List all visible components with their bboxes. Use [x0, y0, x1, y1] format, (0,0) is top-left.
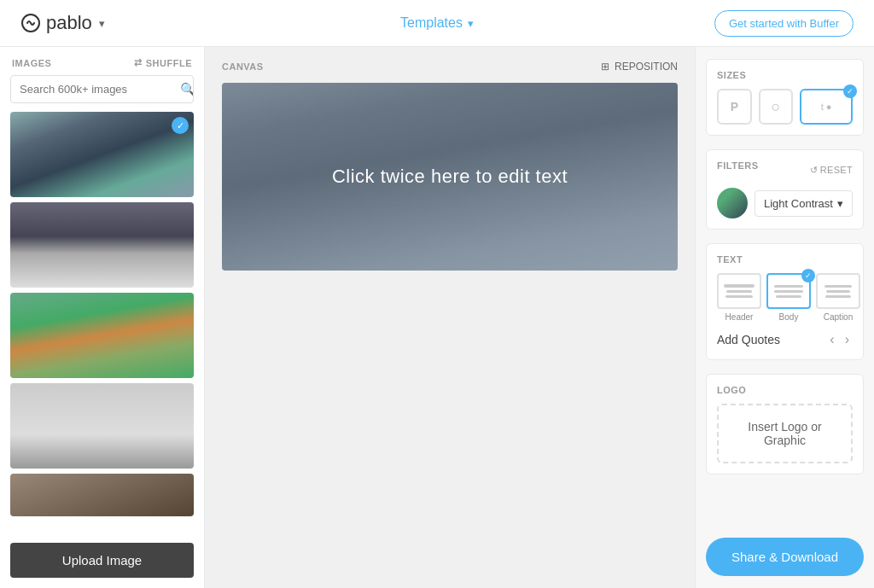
logo-title: LOGO — [717, 385, 853, 395]
canvas-frame[interactable]: Click twice here to edit text — [222, 83, 678, 271]
sidebar-header: IMAGES ⇄ SHUFFLE — [0, 47, 204, 75]
filters-header: FILTERS ↺ RESET — [717, 160, 853, 179]
canvas-label: CANVAS — [222, 61, 264, 72]
quotes-prev-button[interactable]: ‹ — [826, 330, 837, 349]
filter-current-label: Light Contrast — [764, 197, 833, 210]
logo-text: pablo — [46, 12, 92, 34]
header-preview — [717, 273, 761, 309]
sizes-section: SIZES P ○ ✓ t ● — [706, 59, 864, 136]
get-started-button[interactable]: Get started with Buffer — [714, 10, 854, 37]
upload-image-button[interactable]: Upload Image — [10, 543, 194, 578]
caption-label: Caption — [824, 312, 853, 322]
size-pinterest-button[interactable]: P — [717, 89, 752, 125]
templates-label: Templates — [400, 15, 463, 31]
reposition-icon: ⊞ — [601, 61, 609, 73]
reset-label: RESET — [820, 165, 853, 175]
shuffle-icon: ⇄ — [134, 57, 143, 68]
list-item[interactable]: ✓ — [10, 112, 194, 197]
logo-chevron-icon: ▾ — [99, 17, 105, 30]
quotes-nav: ‹ › — [826, 330, 853, 349]
reposition-label: REPOSITION — [615, 61, 678, 73]
search-button[interactable]: 🔍 — [172, 77, 194, 102]
filter-thumbnail — [717, 188, 748, 218]
list-item[interactable] — [10, 293, 194, 378]
templates-menu[interactable]: Templates ▾ — [400, 15, 474, 31]
selection-check: ✓ — [172, 117, 189, 134]
body-check-icon: ✓ — [801, 269, 815, 282]
share-download-button[interactable]: Share & Download — [706, 538, 864, 576]
canvas-area: CANVAS ⊞ REPOSITION Click twice here to … — [205, 47, 695, 588]
canvas-header: CANVAS ⊞ REPOSITION — [222, 61, 678, 73]
filters-title: FILTERS — [717, 160, 759, 171]
size-twitter-button[interactable]: ✓ t ● — [800, 89, 853, 125]
twitter-icon: t ● — [821, 102, 832, 112]
list-item[interactable] — [10, 474, 194, 516]
text-section: TEXT Header ✓ — [706, 243, 864, 360]
canvas-edit-text[interactable]: Click twice here to edit text — [332, 166, 568, 188]
sidebar: IMAGES ⇄ SHUFFLE 🔍 ✓ Upload Image — [0, 47, 205, 588]
active-check-icon: ✓ — [843, 84, 857, 98]
logo[interactable]: pablo ▾ — [20, 12, 105, 34]
text-style-header-button[interactable]: Header — [717, 273, 761, 322]
size-circle-button[interactable]: ○ — [759, 89, 794, 125]
text-style-caption-button[interactable]: Caption — [816, 273, 860, 322]
right-panel: SIZES P ○ ✓ t ● FILTERS ↺ RESET — [695, 47, 874, 588]
pablo-logo-icon — [20, 13, 41, 33]
text-style-body-button[interactable]: ✓ Body — [766, 273, 811, 322]
caption-preview — [816, 273, 860, 309]
reset-icon: ↺ — [810, 165, 818, 176]
shuffle-button[interactable]: ⇄ SHUFFLE — [134, 57, 192, 68]
list-item[interactable] — [10, 383, 194, 469]
body-preview: ✓ — [766, 273, 811, 309]
pinterest-icon: P — [731, 100, 738, 114]
logo-insert-label: Insert Logo or Graphic — [732, 420, 837, 447]
filter-select-row: Light Contrast ▾ — [717, 188, 853, 218]
quotes-next-button[interactable]: › — [842, 330, 853, 349]
logo-section: LOGO Insert Logo or Graphic — [706, 374, 864, 474]
search-box: 🔍 — [10, 75, 194, 103]
text-style-row: Header ✓ Body — [717, 273, 853, 322]
circle-icon: ○ — [771, 98, 780, 116]
reset-filter-button[interactable]: ↺ RESET — [810, 165, 854, 176]
header-label: Header — [725, 312, 754, 322]
main-layout: IMAGES ⇄ SHUFFLE 🔍 ✓ Upload Image CAN — [0, 47, 874, 588]
sizes-title: SIZES — [717, 70, 853, 80]
filters-section: FILTERS ↺ RESET Light Contrast ▾ — [706, 149, 864, 230]
search-icon: 🔍 — [180, 82, 194, 96]
image-grid: ✓ — [0, 112, 204, 534]
body-label: Body — [779, 312, 799, 322]
add-quotes-row: Add Quotes ‹ › — [717, 330, 853, 349]
templates-chevron-icon: ▾ — [468, 17, 474, 30]
list-item[interactable] — [10, 202, 194, 288]
text-title: TEXT — [717, 254, 853, 265]
sizes-row: P ○ ✓ t ● — [717, 89, 853, 125]
shuffle-label: SHUFFLE — [146, 58, 192, 68]
add-quotes-label: Add Quotes — [717, 333, 780, 346]
filter-dropdown[interactable]: Light Contrast ▾ — [755, 190, 853, 217]
reposition-button[interactable]: ⊞ REPOSITION — [601, 61, 678, 73]
images-label: IMAGES — [12, 58, 51, 68]
dropdown-chevron-icon: ▾ — [837, 197, 843, 210]
header: pablo ▾ Templates ▾ Get started with Buf… — [0, 0, 874, 47]
logo-insert-button[interactable]: Insert Logo or Graphic — [717, 404, 853, 463]
search-input[interactable] — [11, 76, 172, 102]
